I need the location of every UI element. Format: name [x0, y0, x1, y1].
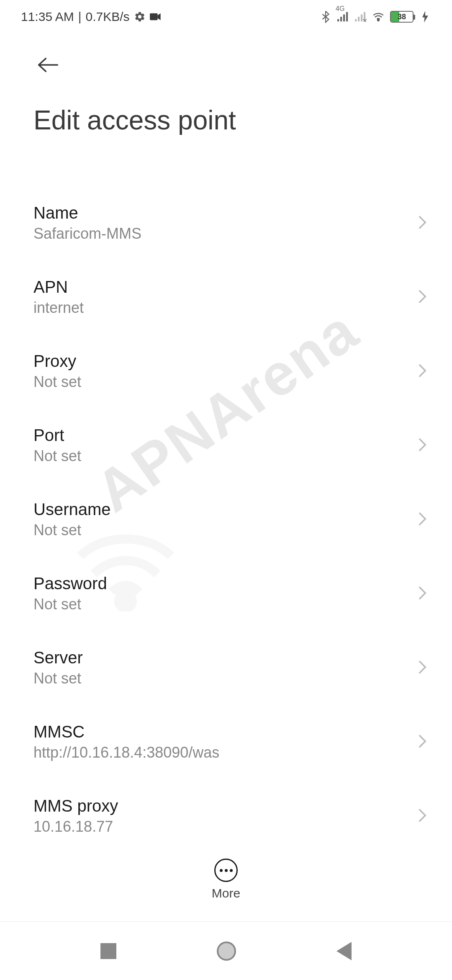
svg-rect-3 [343, 14, 345, 21]
back-button[interactable] [33, 50, 63, 80]
chevron-right-icon [418, 363, 427, 380]
svg-rect-7 [361, 14, 362, 21]
signal-icon-2 [355, 11, 367, 23]
gear-icon [134, 11, 146, 23]
row-label: MMSC [33, 722, 409, 741]
nav-recents-button[interactable] [100, 943, 116, 959]
setting-row-server[interactable]: Server Not set [0, 631, 452, 705]
row-value: Not set [33, 373, 409, 391]
row-label: Port [33, 426, 409, 445]
row-value: Safaricom-MMS [33, 225, 409, 242]
bottom-action-bar: More [0, 850, 452, 900]
row-value: Not set [33, 521, 409, 539]
svg-rect-5 [355, 19, 357, 22]
row-label: Password [33, 574, 409, 593]
chevron-right-icon [418, 660, 427, 676]
status-time: 11:35 AM [21, 10, 74, 24]
more-label: More [212, 886, 240, 900]
header: Edit access point [0, 34, 452, 144]
row-value: 10.16.18.77 [33, 818, 409, 836]
svg-rect-4 [346, 12, 348, 21]
svg-rect-6 [358, 17, 360, 21]
status-left: 11:35 AM | 0.7KB/s [21, 10, 162, 24]
more-button[interactable] [214, 859, 238, 882]
row-label: Name [33, 204, 409, 222]
row-value: Not set [33, 670, 409, 687]
setting-row-password[interactable]: Password Not set [0, 557, 452, 631]
chevron-right-icon [418, 215, 427, 232]
setting-row-mms-proxy[interactable]: MMS proxy 10.16.18.77 [0, 779, 452, 853]
battery-percentage: 38 [391, 13, 413, 21]
chevron-right-icon [418, 585, 427, 602]
settings-list: Name Safaricom-MMS APN internet Proxy No… [0, 186, 452, 853]
battery-icon: 38 [390, 11, 413, 23]
signal-icon-1: 4G [337, 11, 349, 23]
row-label: Proxy [33, 352, 409, 371]
setting-row-name[interactable]: Name Safaricom-MMS [0, 186, 452, 260]
setting-row-username[interactable]: Username Not set [0, 482, 452, 557]
svg-point-9 [378, 19, 379, 21]
navigation-bar [0, 921, 452, 980]
status-separator: | [78, 10, 82, 24]
chevron-right-icon [418, 437, 427, 454]
chevron-right-icon [418, 734, 427, 750]
page-title: Edit access point [33, 105, 427, 136]
chevron-right-icon [418, 808, 427, 825]
camera-icon [150, 11, 162, 23]
network-badge: 4G [336, 5, 344, 13]
setting-row-proxy[interactable]: Proxy Not set [0, 334, 452, 408]
row-value: Not set [33, 596, 409, 613]
svg-rect-0 [150, 13, 158, 20]
setting-row-mmsc[interactable]: MMSC http://10.16.18.4:38090/was [0, 705, 452, 779]
setting-row-port[interactable]: Port Not set [0, 408, 452, 482]
row-label: Server [33, 648, 409, 667]
chevron-right-icon [418, 511, 427, 528]
row-value: Not set [33, 447, 409, 465]
status-bar: 11:35 AM | 0.7KB/s 4G 38 [0, 0, 452, 34]
status-right: 4G 38 [320, 11, 431, 23]
row-value: http://10.16.18.4:38090/was [33, 744, 409, 761]
row-label: MMS proxy [33, 797, 409, 815]
svg-rect-2 [340, 17, 342, 21]
svg-rect-1 [337, 19, 339, 22]
wifi-icon [372, 11, 384, 23]
nav-back-button[interactable] [336, 942, 352, 960]
row-label: Username [33, 500, 409, 519]
charging-icon [419, 11, 431, 23]
chevron-right-icon [418, 289, 427, 306]
status-net-speed: 0.7KB/s [86, 10, 130, 24]
bluetooth-icon [320, 11, 331, 23]
nav-home-button[interactable] [217, 941, 236, 961]
setting-row-apn[interactable]: APN internet [0, 260, 452, 334]
row-label: APN [33, 278, 409, 297]
row-value: internet [33, 299, 409, 317]
